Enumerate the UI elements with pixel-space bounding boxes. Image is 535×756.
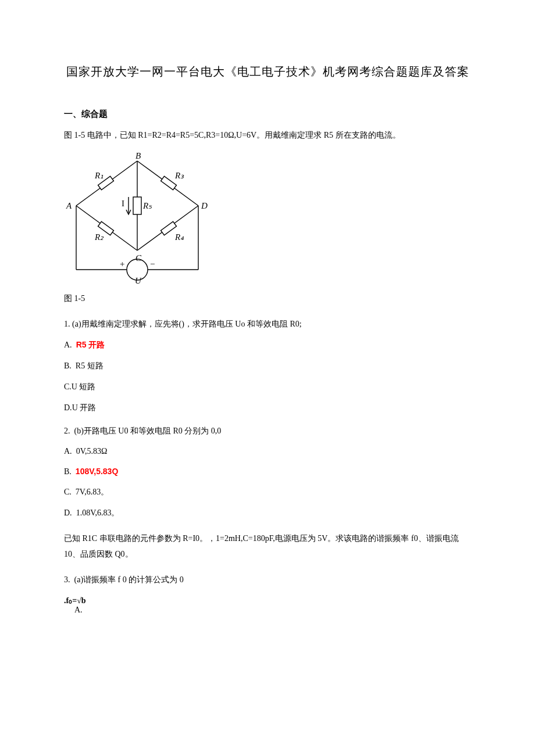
q1-number: 1. [64, 320, 70, 328]
q1-a-label: A. [64, 341, 72, 349]
q2-a-label: A. [64, 447, 72, 456]
q3-text: (a)谐振频率 f 0 的计算公式为 0 [74, 575, 184, 584]
q2-b-label: B. [64, 467, 72, 476]
q2-text: (b)开路电压 U0 和等效电阻 R0 分别为 0,0 [74, 427, 222, 435]
circuit-diagram: B A D C R₁ R₃ R₂ R₄ R₅ I U + − [62, 151, 471, 284]
current-i-label: I [122, 199, 124, 208]
r4-label: R₄ [174, 232, 184, 242]
q1-c-text: U 短路 [72, 382, 96, 391]
question-3: 3. (a)谐振频率 f 0 的计算公式为 0 [64, 575, 471, 585]
q2-d-label: D. [64, 508, 72, 517]
q1-b-text: R5 短路 [76, 361, 104, 370]
node-d-label: D [201, 201, 208, 210]
q1-d-text: U 开路 [72, 403, 97, 412]
r3-label: R₃ [174, 171, 184, 180]
q1-option-a: A. R5 开路 [64, 340, 471, 350]
figure-caption: 图 1-5 [64, 291, 471, 307]
node-a-label: A [66, 201, 72, 210]
q2-option-c: C. 7V,6.83。 [64, 487, 471, 497]
svg-rect-14 [133, 197, 141, 214]
q3-number: 3. [64, 575, 70, 584]
svg-rect-13 [161, 221, 177, 235]
q2-number: 2. [64, 427, 70, 435]
q2-option-b: B. 108V,5.83Q [64, 467, 471, 476]
q2-d-text: 1.08V,6.83。 [76, 508, 120, 517]
q1-option-b: B. R5 短路 [64, 361, 471, 371]
intro-paragraph-2: 已知 R1C 串联电路的元件参数为 R=I0。，1=2mH,C=180pF,电源… [64, 531, 471, 562]
q2-c-text: 7V,6.83。 [76, 488, 109, 496]
svg-rect-11 [161, 176, 177, 189]
q1-a-text: R5 开路 [76, 340, 105, 349]
q3-formula: .f₀=√b [64, 596, 471, 605]
minus-label: − [150, 259, 155, 268]
document-title: 国家开放大学一网一平台电大《电工电子技术》机考网考综合题题库及答案 [64, 64, 471, 80]
node-c-label: C [135, 253, 142, 263]
question-1: 1. (a)用戴维南定理求解，应先将()，求开路电压 Uo 和等效电阻 R0; [64, 319, 471, 329]
q1-option-d: D.U 开路 [64, 403, 471, 413]
question-2: 2. (b)开路电压 U0 和等效电阻 R0 分别为 0,0 [64, 426, 471, 436]
q2-option-a: A. 0V,5.83Ω [64, 447, 471, 456]
q1-option-c: C.U 短路 [64, 382, 471, 392]
q2-a-text: 0V,5.83Ω [76, 447, 108, 456]
q3-option-a-label: A. [74, 605, 471, 615]
q2-b-text: 108V,5.83Q [76, 467, 118, 476]
r1-label: R₁ [94, 171, 104, 180]
r2-label: R₂ [94, 232, 104, 242]
plus-label: + [120, 259, 124, 268]
section-heading: 一、综合题 [64, 109, 471, 120]
q1-b-label: B. [64, 361, 72, 370]
intro-paragraph-1: 图 1-5 电路中，已知 R1=R2=R4=R5=5C,R3=10Ω,U=6V。… [64, 128, 471, 144]
q2-c-label: C. [64, 488, 72, 496]
node-b-label: B [135, 151, 141, 160]
q1-c-label: C. [64, 382, 72, 391]
q2-option-d: D. 1.08V,6.83。 [64, 508, 471, 518]
q1-text: (a)用戴维南定理求解，应先将()，求开路电压 Uo 和等效电阻 R0; [72, 320, 302, 328]
r5-label: R₅ [142, 201, 152, 210]
q1-d-label: D. [64, 403, 72, 412]
page: 国家开放大学一网一平台电大《电工电子技术》机考网考综合题题库及答案 一、综合题 … [0, 0, 535, 638]
source-u-label: U [135, 276, 142, 284]
